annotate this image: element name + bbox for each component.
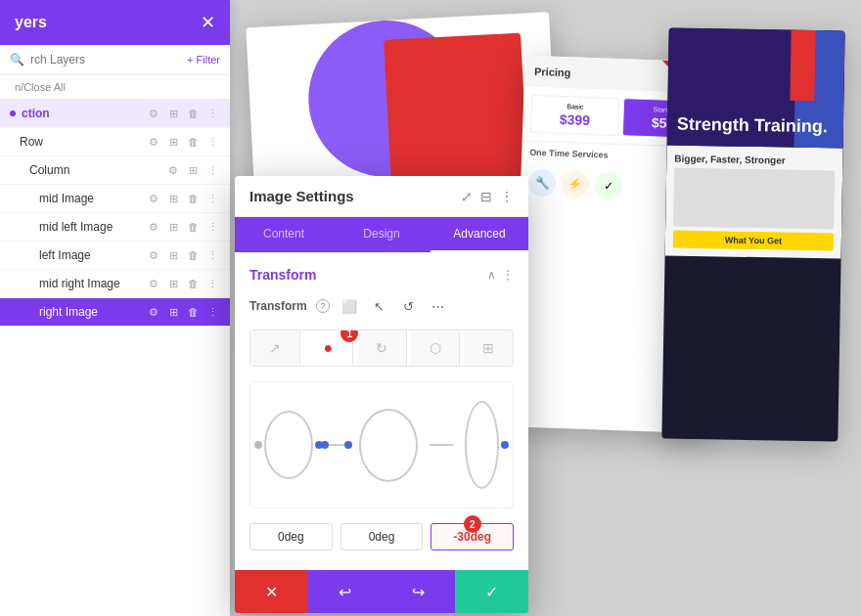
service-icon-2: ⚡ <box>562 170 590 198</box>
degree-x-field[interactable] <box>249 523 333 550</box>
layer-item-left-image[interactable]: left Image ⚙ ⊞ 🗑 ⋮ <box>0 242 230 270</box>
layer-settings-icon-midl[interactable]: ⚙ <box>146 219 161 235</box>
redo-icon: ↪ <box>412 583 425 601</box>
layer-label-row: Row <box>20 135 146 149</box>
layer-more-icon-left[interactable]: ⋮ <box>204 247 220 263</box>
layer-dot <box>10 110 16 116</box>
badge-2: 2 <box>464 515 481 533</box>
transform-btn-scale[interactable]: ⊞ <box>464 330 513 366</box>
arrow-connector-2 <box>430 444 453 446</box>
footer-reset-button[interactable]: ↩ <box>308 570 382 613</box>
connector-left-dot <box>321 441 329 449</box>
reset-icon: ↩ <box>339 583 351 601</box>
layer-settings-icon[interactable]: ⚙ <box>146 106 161 121</box>
transform-section-title: Transform <box>249 267 316 283</box>
layer-label-mid-image: mid Image <box>39 192 146 205</box>
layer-delete-icon-left[interactable]: 🗑 <box>185 247 201 263</box>
layer-more-icon-midl[interactable]: ⋮ <box>204 219 220 235</box>
ellipse-right[interactable] <box>465 401 499 489</box>
layer-item-section[interactable]: ction ⚙ ⊞ 🗑 ⋮ <box>0 100 230 128</box>
footer-cancel-button[interactable]: ✕ <box>235 570 308 613</box>
layer-icons-row: ⚙ ⊞ 🗑 ⋮ <box>146 134 220 150</box>
layer-copy-icon-mid[interactable]: ⊞ <box>165 191 181 206</box>
layer-settings-icon-right[interactable]: ⚙ <box>146 304 161 320</box>
ellipse-left[interactable] <box>264 411 313 479</box>
basic-name: Basic <box>536 102 614 111</box>
layer-icons-mid-left: ⚙ ⊞ 🗑 ⋮ <box>146 219 220 235</box>
layer-label-section: ction <box>22 107 146 120</box>
layer-item-right-image[interactable]: right Image ⚙ ⊞ 🗑 ⋮ <box>0 298 230 327</box>
transform-type-row: ↗ ● 1 ↻ ⬡ ⊞ <box>249 330 514 367</box>
filter-button[interactable]: + Filter <box>187 54 220 66</box>
layer-more-icon-mid[interactable]: ⋮ <box>204 191 220 206</box>
layer-settings-icon-row[interactable]: ⚙ <box>146 134 161 150</box>
layer-more-icon-column[interactable]: ⋮ <box>204 162 220 178</box>
strength-subtitle: Bigger, Faster, Stronger <box>674 154 835 167</box>
layer-item-row[interactable]: Row ⚙ ⊞ 🗑 ⋮ <box>0 128 230 156</box>
layer-delete-icon-midl[interactable]: 🗑 <box>185 219 201 235</box>
arrow-connector <box>325 444 348 446</box>
transform-rotate-icon[interactable]: ↺ <box>396 294 420 318</box>
transform-more-icon[interactable]: ⋯ <box>426 294 449 318</box>
strength-header: Strength Training. <box>667 27 845 148</box>
layer-more-icon[interactable]: ⋮ <box>204 106 220 121</box>
layer-item-mid-right-image[interactable]: mid right Image ⚙ ⊞ 🗑 ⋮ <box>0 270 230 298</box>
badge-1: 1 <box>340 330 358 342</box>
layer-item-mid-image[interactable]: mid Image ⚙ ⊞ 🗑 ⋮ <box>0 185 230 213</box>
transform-btn-rotate[interactable]: ● 1 <box>304 330 354 366</box>
layer-copy-icon-midl[interactable]: ⊞ <box>165 219 181 235</box>
layer-more-icon-midr[interactable]: ⋮ <box>204 276 220 291</box>
layer-settings-icon-column[interactable]: ⚙ <box>165 162 181 178</box>
scale-icon: ⊞ <box>482 340 494 356</box>
panel-footer: ✕ ↩ ↪ ✓ <box>235 570 528 613</box>
tab-advanced[interactable]: Advanced <box>430 217 528 252</box>
transform-cursor-icon[interactable]: ↖ <box>367 294 390 318</box>
section-more-icon[interactable]: ⋮ <box>502 268 514 282</box>
layer-label-mid-left-image: mid left Image <box>39 220 146 234</box>
layer-settings-icon-left[interactable]: ⚙ <box>146 247 161 263</box>
layer-item-mid-left-image[interactable]: mid left Image ⚙ ⊞ 🗑 ⋮ <box>0 213 230 242</box>
search-input[interactable] <box>30 53 181 66</box>
footer-confirm-button[interactable]: ✓ <box>455 570 528 613</box>
layer-delete-icon-row[interactable]: 🗑 <box>185 134 201 150</box>
transform-btn-skew[interactable]: ⬡ <box>411 330 461 366</box>
tab-design[interactable]: Design <box>333 217 430 252</box>
fullscreen-icon[interactable]: ⤢ <box>461 189 473 204</box>
transform-btn-refresh[interactable]: ↻ <box>357 330 407 366</box>
tab-content[interactable]: Content <box>235 217 333 252</box>
layers-search-bar: 🔍 + Filter <box>0 45 230 75</box>
layer-item-column[interactable]: Column ⚙ ⊞ ⋮ <box>0 156 230 185</box>
footer-redo-button[interactable]: ↪ <box>382 570 455 613</box>
layer-copy-icon[interactable]: ⊞ <box>165 106 181 121</box>
section-controls: ∧ ⋮ <box>487 268 514 282</box>
layer-delete-icon[interactable]: 🗑 <box>185 106 201 121</box>
layer-label-column: Column <box>29 163 165 177</box>
layer-copy-icon-column[interactable]: ⊞ <box>185 162 201 178</box>
columns-icon[interactable]: ⊟ <box>480 189 492 204</box>
ellipse-middle[interactable] <box>359 409 418 482</box>
help-icon[interactable]: ? <box>316 299 330 313</box>
degree-y-field[interactable] <box>340 523 424 550</box>
layer-settings-icon-midr[interactable]: ⚙ <box>146 276 161 291</box>
layer-copy-icon-midr[interactable]: ⊞ <box>165 276 181 291</box>
layer-delete-icon-midr[interactable]: 🗑 <box>185 276 201 291</box>
layer-more-icon-row[interactable]: ⋮ <box>204 134 220 150</box>
layer-delete-icon-right[interactable]: 🗑 <box>185 304 201 320</box>
section-collapse-icon[interactable]: ∧ <box>487 268 496 282</box>
pricing-basic: Basic $399 <box>530 95 619 136</box>
strength-red-bar <box>790 30 815 101</box>
layer-delete-icon-mid[interactable]: 🗑 <box>185 191 201 206</box>
shape-group-middle <box>359 409 418 482</box>
layer-icons-right: ⚙ ⊞ 🗑 ⋮ <box>146 304 220 320</box>
strength-image <box>673 168 835 230</box>
transform-box-icon[interactable]: ⬜ <box>338 294 361 318</box>
layer-copy-icon-right[interactable]: ⊞ <box>165 304 181 320</box>
layers-close-button[interactable]: ✕ <box>201 12 215 33</box>
service-icon-1: 🔧 <box>528 169 557 198</box>
transform-btn-arrow[interactable]: ↗ <box>250 330 300 366</box>
layer-settings-icon-mid[interactable]: ⚙ <box>146 191 161 206</box>
layer-copy-icon-row[interactable]: ⊞ <box>165 134 181 150</box>
layer-more-icon-right[interactable]: ⋮ <box>204 304 220 320</box>
dots-menu-icon[interactable]: ⋮ <box>500 189 514 204</box>
layer-copy-icon-left[interactable]: ⊞ <box>165 247 181 263</box>
